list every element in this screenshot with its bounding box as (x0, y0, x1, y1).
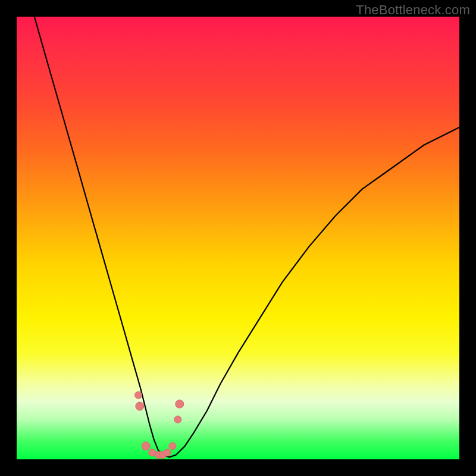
bottleneck-curve (35, 17, 459, 457)
watermark-text: TheBottleneck.com (356, 2, 470, 18)
plot-area (17, 17, 459, 459)
chart-svg (17, 17, 459, 459)
outer-frame: TheBottleneck.com (0, 0, 476, 476)
highlight-dot (176, 400, 184, 408)
highlight-dot (169, 443, 176, 450)
highlight-dot (135, 392, 142, 399)
highlight-dot (174, 416, 181, 423)
highlight-dot (136, 402, 144, 411)
highlight-dot (164, 449, 171, 456)
highlight-dots (135, 392, 184, 459)
highlight-dot (142, 442, 150, 450)
